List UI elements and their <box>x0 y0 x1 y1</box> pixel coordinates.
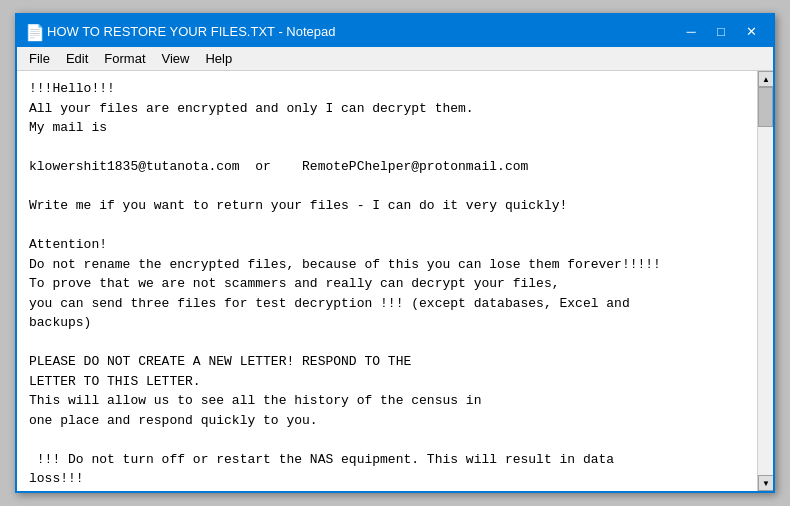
text-content[interactable]: !!!Hello!!! All your files are encrypted… <box>17 71 757 491</box>
notepad-window: 📄 HOW TO RESTORE YOUR FILES.TXT - Notepa… <box>15 13 775 493</box>
menu-file[interactable]: File <box>21 49 58 68</box>
scroll-up-button[interactable]: ▲ <box>758 71 773 87</box>
title-bar: 📄 HOW TO RESTORE YOUR FILES.TXT - Notepa… <box>17 15 773 47</box>
scroll-down-button[interactable]: ▼ <box>758 475 773 491</box>
scrollbar-thumb[interactable] <box>758 87 773 127</box>
content-area: !!!Hello!!! All your files are encrypted… <box>17 71 773 491</box>
menu-format[interactable]: Format <box>96 49 153 68</box>
menu-help[interactable]: Help <box>197 49 240 68</box>
menu-view[interactable]: View <box>154 49 198 68</box>
close-button[interactable]: ✕ <box>737 20 765 42</box>
maximize-button[interactable]: □ <box>707 20 735 42</box>
minimize-button[interactable]: ─ <box>677 20 705 42</box>
title-bar-left: 📄 HOW TO RESTORE YOUR FILES.TXT - Notepa… <box>25 23 336 39</box>
menu-bar: File Edit Format View Help <box>17 47 773 71</box>
app-icon: 📄 <box>25 23 41 39</box>
window-controls: ─ □ ✕ <box>677 20 765 42</box>
scrollbar-track[interactable] <box>758 87 773 475</box>
menu-edit[interactable]: Edit <box>58 49 96 68</box>
window-title: HOW TO RESTORE YOUR FILES.TXT - Notepad <box>47 24 336 39</box>
scrollbar[interactable]: ▲ ▼ <box>757 71 773 491</box>
